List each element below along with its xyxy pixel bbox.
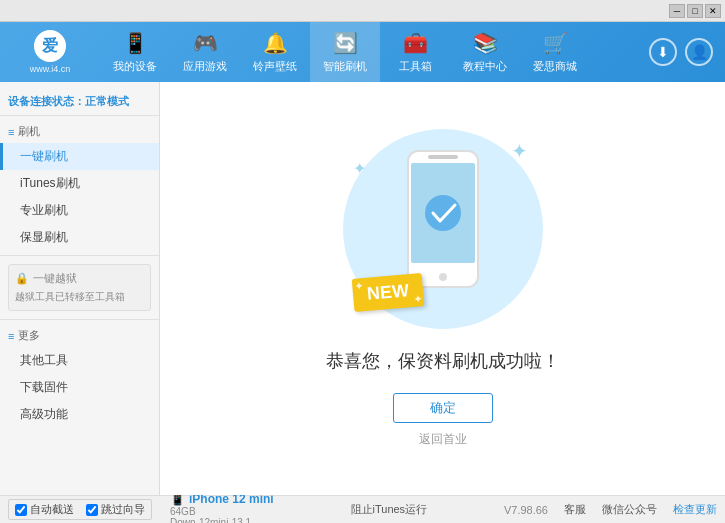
tutorial-icon: 📚 — [473, 31, 498, 55]
logo-icon: 爱 — [34, 30, 66, 62]
skip-wizard-checkbox[interactable]: 跳过向导 — [86, 502, 145, 517]
start-over-link[interactable]: 返回首业 — [419, 431, 467, 448]
sidebar: 设备连接状态：正常模式 ≡ 刷机 一键刷机 iTunes刷机 专业刷机 保显刷机… — [0, 82, 160, 495]
sidebar-item-advanced[interactable]: 高级功能 — [0, 401, 159, 428]
sidebar-item-other-tools[interactable]: 其他工具 — [0, 347, 159, 374]
minimize-button[interactable]: ─ — [669, 4, 685, 18]
more-section-title: ≡ 更多 — [0, 324, 159, 347]
svg-point-3 — [439, 273, 447, 281]
bottom-left: 自动截送 跳过向导 📱 iPhone 12 mini 64GB Down-12m… — [8, 492, 274, 524]
sparkle-right-icon: ✦ — [511, 139, 528, 163]
download-button[interactable]: ⬇ — [649, 38, 677, 66]
window-controls: ─ □ ✕ — [669, 4, 721, 18]
nav-item-store[interactable]: 🛒 爱思商城 — [520, 22, 590, 82]
phone-illustration: ✦ ✦ NEW — [343, 129, 543, 329]
device-details: 64GB — [170, 506, 274, 517]
toolbox-icon: 🧰 — [403, 31, 428, 55]
sidebar-item-keep-data-flash[interactable]: 保显刷机 — [0, 224, 159, 251]
app-games-label: 应用游戏 — [183, 59, 227, 74]
jailbreak-section: 🔒 一键越狱 越狱工具已转移至工具箱 — [8, 264, 151, 311]
nav-item-toolbox[interactable]: 🧰 工具箱 — [380, 22, 450, 82]
status-label: 设备连接状态： — [8, 95, 85, 107]
my-device-icon: 📱 — [123, 31, 148, 55]
more-section-icon: ≡ — [8, 330, 14, 342]
svg-point-4 — [425, 195, 461, 231]
user-button[interactable]: 👤 — [685, 38, 713, 66]
toolbox-label: 工具箱 — [399, 59, 432, 74]
store-label: 爱思商城 — [533, 59, 577, 74]
customer-service-link[interactable]: 客服 — [564, 502, 586, 517]
jailbreak-title: 🔒 一键越狱 — [15, 271, 144, 286]
smart-flash-icon: 🔄 — [333, 31, 358, 55]
nav-right: ⬇ 👤 — [649, 38, 725, 66]
phone-svg — [403, 149, 483, 289]
store-icon: 🛒 — [543, 31, 568, 55]
bottom-bar: 自动截送 跳过向导 📱 iPhone 12 mini 64GB Down-12m… — [0, 495, 725, 523]
sidebar-item-itunes-flash[interactable]: iTunes刷机 — [0, 170, 159, 197]
app-games-icon: 🎮 — [193, 31, 218, 55]
success-message: 恭喜您，保资料刷机成功啦！ — [326, 349, 560, 373]
check-update-button[interactable]: 检查更新 — [673, 502, 717, 517]
sidebar-item-pro-flash[interactable]: 专业刷机 — [0, 197, 159, 224]
main-layout: 设备连接状态：正常模式 ≡ 刷机 一键刷机 iTunes刷机 专业刷机 保显刷机… — [0, 82, 725, 495]
tutorial-label: 教程中心 — [463, 59, 507, 74]
lock-icon: 🔒 — [15, 272, 29, 285]
confirm-button[interactable]: 确定 — [393, 393, 493, 423]
new-badge: NEW — [351, 273, 424, 312]
auto-send-input[interactable] — [15, 504, 27, 516]
nav-item-smart-flash[interactable]: 🔄 智能刷机 — [310, 22, 380, 82]
divider-2 — [0, 319, 159, 320]
device-info: 📱 iPhone 12 mini 64GB Down-12mini-13,1 — [170, 492, 274, 524]
nav-item-tutorial[interactable]: 📚 教程中心 — [450, 22, 520, 82]
version-text: V7.98.66 — [504, 504, 548, 516]
maximize-button[interactable]: □ — [687, 4, 703, 18]
sidebar-item-download-firmware[interactable]: 下载固件 — [0, 374, 159, 401]
divider-1 — [0, 255, 159, 256]
status-value: 正常模式 — [85, 95, 129, 107]
nav-item-ringtone[interactable]: 🔔 铃声壁纸 — [240, 22, 310, 82]
checkbox-group: 自动截送 跳过向导 — [8, 499, 152, 520]
title-bar: ─ □ ✕ — [0, 0, 725, 22]
logo-subtext: www.i4.cn — [30, 64, 71, 74]
ringtone-icon: 🔔 — [263, 31, 288, 55]
jailbreak-notice: 越狱工具已转移至工具箱 — [15, 290, 144, 304]
nav-item-my-device[interactable]: 📱 我的设备 — [100, 22, 170, 82]
smart-flash-label: 智能刷机 — [323, 59, 367, 74]
my-device-label: 我的设备 — [113, 59, 157, 74]
logo-area: 爱 www.i4.cn — [0, 26, 100, 78]
device-model: Down-12mini-13,1 — [170, 517, 274, 524]
sparkle-left-icon: ✦ — [353, 159, 366, 178]
skip-wizard-input[interactable] — [86, 504, 98, 516]
device-status: 设备连接状态：正常模式 — [0, 90, 159, 116]
sidebar-item-one-click-flash[interactable]: 一键刷机 — [0, 143, 159, 170]
close-button[interactable]: ✕ — [705, 4, 721, 18]
auto-send-checkbox[interactable]: 自动截送 — [15, 502, 74, 517]
nav-item-app-games[interactable]: 🎮 应用游戏 — [170, 22, 240, 82]
ringtone-label: 铃声壁纸 — [253, 59, 297, 74]
svg-rect-2 — [428, 155, 458, 159]
bottom-right: V7.98.66 客服 微信公众号 检查更新 — [504, 502, 717, 517]
flash-section-icon: ≡ — [8, 126, 14, 138]
wechat-public-link[interactable]: 微信公众号 — [602, 502, 657, 517]
nav-items: 📱 我的设备 🎮 应用游戏 🔔 铃声壁纸 🔄 智能刷机 🧰 工具箱 📚 教程中心… — [100, 22, 649, 82]
stop-itunes-button[interactable]: 阻止iTunes运行 — [351, 502, 428, 517]
bottom-middle: 阻止iTunes运行 — [351, 502, 428, 517]
flash-section-title: ≡ 刷机 — [0, 120, 159, 143]
content-area: ✦ ✦ NEW 恭喜您，保资料刷机成功啦！ 确定 返回首业 — [160, 82, 725, 495]
top-nav: 爱 www.i4.cn 📱 我的设备 🎮 应用游戏 🔔 铃声壁纸 🔄 智能刷机 … — [0, 22, 725, 82]
